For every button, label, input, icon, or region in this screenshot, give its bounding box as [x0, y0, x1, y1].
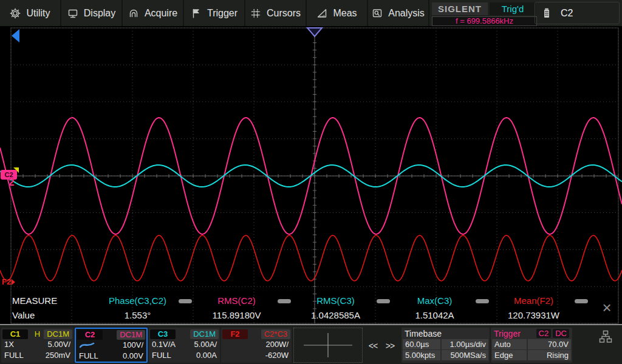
trigger-status: Trig'd [490, 2, 536, 15]
timebase-scale: 1.00µs/div [442, 339, 488, 349]
math-box-f2[interactable]: F2 C2*C3 200W/ -620W [221, 328, 292, 363]
trigger-slope: Rising [528, 350, 571, 360]
c1-probe: 1X [4, 339, 14, 350]
analysis-icon [372, 8, 383, 19]
menu-item-label: Acquire [145, 8, 177, 19]
c3-offset: 0.00A [196, 350, 217, 361]
flag-icon [191, 8, 202, 19]
menu-item-cursors[interactable]: Cursors [245, 0, 307, 26]
timebase-points: 5.00kpts [403, 350, 440, 360]
measurement-item: Max(C3) 1.51042A [391, 294, 490, 323]
display-icon [67, 8, 78, 19]
menu-item-display[interactable]: Display [61, 0, 123, 26]
measurement-value: 1.0428585A [292, 310, 379, 320]
remove-measurement-button[interactable] [575, 299, 588, 303]
active-channel-panel[interactable]: C2 [535, 2, 620, 24]
trigger-source: C2 [536, 329, 552, 338]
menu-item-trigger[interactable]: Trigger [184, 0, 245, 26]
channel-box-c2[interactable]: C2 DC1M 100V/ FULL0.00V [75, 328, 148, 363]
menu-item-label: Trigger [207, 8, 238, 19]
c2-bandwidth: FULL [79, 351, 98, 362]
remove-measurement-button[interactable] [179, 299, 192, 303]
measurement-value: 1.553° [94, 310, 181, 320]
measurement-name: Phase(C3,C2) [94, 295, 181, 306]
menu-item-label: Cursors [267, 8, 301, 19]
active-channel-label: C2 [561, 8, 573, 19]
siglent-logo: SIGLENT [432, 2, 488, 15]
menu-item-analysis[interactable]: Analysis [368, 0, 429, 26]
menu-item-label: Display [84, 8, 115, 19]
trigger-position-marker[interactable] [306, 27, 323, 38]
c3-coupling: DC1M [190, 329, 219, 339]
measurement-item: Phase(C3,C2) 1.553° [94, 294, 193, 323]
top-menu-bar: Utility Display Acquire Trigger Cursors … [0, 0, 622, 27]
remove-measurement-button[interactable] [377, 299, 390, 303]
c2-scale: 100V/ [123, 340, 143, 351]
trigger-level: 70.0V [528, 339, 571, 349]
remove-measurement-button[interactable] [476, 299, 489, 303]
measurement-name: RMS(C3) [292, 295, 379, 306]
timebase-box[interactable]: Timebase 60.0µs 1.00µs/div 5.00kpts 500M… [402, 328, 490, 363]
measurement-item: Mean(F2) 120.73931W [490, 294, 589, 323]
measurement-name: Mean(F2) [490, 295, 577, 306]
gear-icon [10, 8, 21, 19]
cursors-icon [250, 8, 261, 19]
oscilloscope-screen: { "topbar": { "menu": [ {"label": "Utili… [0, 0, 622, 364]
menu-item-label: Utility [26, 8, 50, 19]
timebase-delay: 60.0µs [403, 339, 440, 349]
c3-id-chip: C3 [150, 329, 176, 339]
f2-scale: 200W/ [265, 339, 289, 350]
f2-position-marker[interactable]: F2 [2, 277, 15, 286]
brand-cluster: SIGLENT Trig'd f = 699.5866kHz [429, 0, 540, 26]
c1-bandwidth: FULL [4, 350, 24, 361]
measurement-name: RMS(C2) [193, 295, 280, 306]
ruler-icon [316, 8, 327, 19]
add-waveform-box[interactable] [293, 328, 363, 363]
measurement-panel: MEASURE Value Phase(C3,C2) 1.553° RMS(C2… [0, 294, 622, 323]
c1-id-chip: C1 [2, 329, 28, 339]
channel-descriptor-bar: C1 H DC1M 1X5.00V/ FULL250mV C2 DC1M 100… [0, 324, 622, 364]
network-icon[interactable] [598, 329, 613, 344]
measure-title: MEASURE [12, 295, 91, 306]
measurement-value: 115.89180V [193, 310, 280, 320]
c3-probe: 0.1V/A [152, 339, 176, 350]
menu-item-label: Analysis [388, 8, 425, 19]
scroll-left-button[interactable]: << [365, 339, 381, 352]
trigger-box[interactable]: Trigger C2 DC Auto 70.0V Edge Rising [491, 328, 572, 363]
waveform-start-marker [12, 29, 19, 42]
scroll-right-button[interactable]: >> [382, 339, 398, 352]
F2-trace [0, 235, 622, 281]
c2-coupling: DC1M [117, 330, 145, 340]
measurement-value: 120.73931W [490, 310, 577, 320]
trigger-mode: Auto [492, 339, 527, 349]
f2-marker-arrow-icon [12, 279, 15, 285]
c2-offset: 0.00V [123, 351, 143, 362]
menu-item-meas[interactable]: Meas [307, 0, 368, 26]
close-measurements-button[interactable]: × [599, 298, 615, 317]
timebase-title: Timebase [405, 329, 442, 339]
c3-scale: 5.00A/ [194, 339, 217, 350]
f2-id-chip: F2 [222, 329, 248, 339]
c3-bandwidth: FULL [152, 350, 171, 361]
measurement-item: RMS(C2) 115.89180V [193, 294, 292, 323]
f2-marker-label: F2 [2, 277, 11, 286]
menu-item-utility[interactable]: Utility [0, 0, 61, 26]
acquire-icon [128, 8, 139, 19]
c1-badge: H [35, 329, 40, 339]
crosshair-icon [302, 332, 354, 359]
frequency-readout: f = 699.5866kHz [432, 16, 537, 26]
timebase-samplerate: 500MSa/s [442, 350, 488, 360]
waveform-style-icon [79, 342, 95, 349]
c2-marker-digit: 2 [9, 177, 14, 189]
measurement-item: RMS(C3) 1.0428585A [292, 294, 391, 323]
trigger-coupling: DC [553, 329, 569, 338]
c2-id-chip: C2 [77, 330, 103, 340]
c1-offset: 250mV [46, 350, 70, 361]
remove-measurement-button[interactable] [278, 299, 291, 303]
measurement-value: 1.51042A [391, 310, 478, 320]
menu-item-acquire[interactable]: Acquire [123, 0, 184, 26]
measurement-name: Max(C3) [391, 295, 478, 306]
f2-offset: -620W [265, 350, 289, 361]
channel-box-c3[interactable]: C3 DC1M 0.1V/A5.00A/ FULL0.00A [149, 328, 220, 363]
channel-box-c1[interactable]: C1 H DC1M 1X5.00V/ FULL250mV [1, 328, 73, 363]
